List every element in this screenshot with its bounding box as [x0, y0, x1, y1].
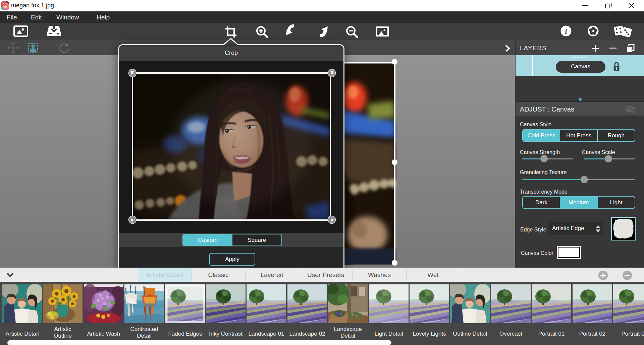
svg-text:i: i	[565, 27, 567, 36]
